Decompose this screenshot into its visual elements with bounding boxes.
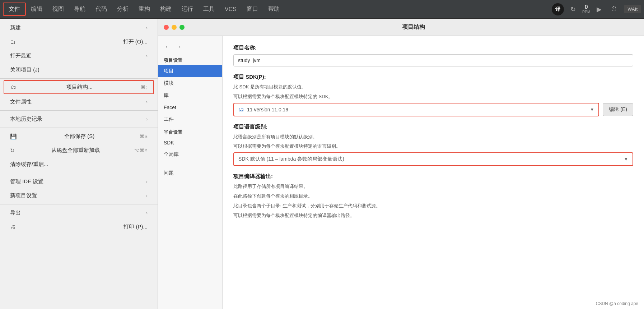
menu-item-file[interactable]: 文件 [3,3,26,16]
wait-label: WAIt [624,5,641,13]
play-icon[interactable]: ▶ [594,4,605,15]
menu-item-build[interactable]: 构建 [155,3,177,15]
nav-section-project-settings: 项目设置 [158,54,222,65]
nav-forward-button[interactable]: → [174,43,183,51]
menu-item-refactor[interactable]: 重构 [134,3,155,15]
print-icon: 🖨 [10,224,15,230]
menu-reload[interactable]: ↻ 从磁盘全部重新加载 ⌥⌘Y [0,143,158,157]
maximize-button[interactable] [179,25,185,30]
nav-item-artifacts[interactable]: 工件 [158,113,222,125]
menu-new-project-settings[interactable]: 新项目设置 › [0,189,158,203]
compiler-description-2: 在此路径下创建每个模块的相应目录。 [233,193,633,200]
menu-print[interactable]: 🖨 打印 (P)... [0,220,158,234]
sdk-folder-icon: 🗂 [238,106,244,113]
nav-item-sdk[interactable]: SDK [158,137,222,148]
language-value: SDK 默认值 (11 – lambda 参数的局部变量语法) [238,156,624,162]
menu-save-all[interactable]: 💾 全部保存 (S) ⌘S [0,129,158,143]
reload-icon: ↻ [10,147,15,154]
nav-item-project[interactable]: 项目 [158,65,222,77]
nav-back-forward: ← → [158,40,222,54]
sdk-row: 🗂 11 version 11.0.19 ▼ 编辑 (E) [233,103,633,116]
sdk-description-1: 此 SDK 是所有项目模块的默认值。 [233,83,633,91]
nav-item-facets[interactable]: Facet [158,102,222,113]
menu-item-view[interactable]: 视图 [47,3,69,15]
menu-clear-cache[interactable]: 清除缓存/重启... [0,157,158,171]
compiler-output-label: 项目编译器输出: [233,173,633,180]
rpm-badge: 0 RPM [582,4,590,14]
menu-divider-4 [0,173,158,173]
menu-close-project[interactable]: 关闭项目 (J) [0,63,158,77]
sdk-description-2: 可以根据需要为每个模块配置模块特定的 SDK。 [233,93,633,101]
language-label: 项目语言级别: [233,124,633,130]
dialog-nav: ← → 项目设置 项目 模块 库 Facet 工件 平台设置 SDK 全局库 问… [158,36,223,309]
language-description-2: 可以根据需要为每个模块配置模块特定的语言级别。 [233,143,633,150]
language-description-1: 此语言级别是所有项目模块的默认级别。 [233,133,633,141]
project-structure-icon: 🗂 [11,84,16,90]
dialog-body: ← → 项目设置 项目 模块 库 Facet 工件 平台设置 SDK 全局库 问… [158,36,644,309]
menu-item-help[interactable]: 帮助 [263,3,285,15]
menu-item-tools[interactable]: 工具 [198,3,220,15]
history-icon[interactable]: ⏱ [608,4,620,14]
arrow-icon: › [146,100,148,105]
menu-divider-2 [0,110,158,111]
compiler-description-3: 此目录包含两个子目录: 生产和测试，分别用于存储生产代码和测试源。 [233,202,633,210]
close-button[interactable] [164,25,169,30]
menu-bar: 文件 编辑 视图 导航 代码 分析 重构 构建 运行 工具 VCS 窗口 帮助 … [0,0,644,19]
nav-item-problems[interactable]: 问题 [158,167,222,179]
nav-section-platform-settings: 平台设置 [158,125,222,137]
arrow-icon: › [146,211,148,216]
menu-recent[interactable]: 打开最近 › [0,49,158,63]
menu-ide-settings[interactable]: 管理 IDE 设置 › [0,175,158,189]
menu-open[interactable]: 🗂 打开 (O)... [0,35,158,49]
arrow-icon: › [146,117,148,122]
nav-item-modules[interactable]: 模块 [158,77,222,89]
language-dropdown[interactable]: SDK 默认值 (11 – lambda 参数的局部变量语法) ▼ [233,152,633,166]
compiler-description-1: 此路径用于存储所有项目编译结果。 [233,183,633,190]
left-menu: 新建 › 🗂 打开 (O)... 打开最近 › 关闭项目 (J) 🗂 项目结构.… [0,19,158,309]
sdk-label: 项目 SDK(P): [233,74,633,80]
menu-item-window[interactable]: 窗口 [242,3,263,15]
menu-file-properties[interactable]: 文件属性 › [0,95,158,109]
menu-export[interactable]: 导出 › [0,206,158,220]
menu-item-vcs[interactable]: VCS [220,4,242,15]
menu-divider-3 [0,128,158,128]
menu-local-history[interactable]: 本地历史记录 › [0,112,158,126]
nav-item-global-libraries[interactable]: 全局库 [158,148,222,161]
project-name-label: 项目名称: [233,45,633,51]
main-layout: 新建 › 🗂 打开 (O)... 打开最近 › 关闭项目 (J) 🗂 项目结构.… [0,19,644,309]
project-structure-dialog: 项目结构 ← → 项目设置 项目 模块 库 Facet 工件 平台设置 SDK … [158,19,644,309]
arrow-icon: › [146,54,148,59]
menu-new[interactable]: 新建 › [0,21,158,35]
translate-icon[interactable]: 译 [552,3,564,15]
menu-divider-5 [0,204,158,204]
sdk-edit-button[interactable]: 编辑 (E) [603,103,633,116]
dialog-titlebar: 项目结构 [158,19,644,36]
arrow-icon: › [146,193,148,198]
project-name-value[interactable]: study_jvm [233,54,633,66]
menu-item-run[interactable]: 运行 [177,3,198,15]
menu-divider-1 [0,78,158,79]
sdk-text: 11 version 11.0.19 [247,107,590,112]
dialog-content: 项目名称: study_jvm 项目 SDK(P): 此 SDK 是所有项目模块… [223,36,644,309]
sdk-dropdown-arrow-icon: ▼ [590,107,594,112]
menu-project-structure[interactable]: 🗂 项目结构... ⌘; [4,80,154,94]
language-dropdown-arrow-icon: ▼ [624,157,628,162]
menu-item-analyze[interactable]: 分析 [112,3,134,15]
compiler-description-4: 可以根据需要为每个模块配置模块特定的编译器输出路径。 [233,212,633,220]
arrow-icon: › [146,179,148,184]
dialog-title: 项目结构 [402,23,425,31]
folder-icon: 🗂 [10,39,15,45]
menu-item-edit[interactable]: 编辑 [26,3,47,15]
save-icon: 💾 [10,133,17,140]
nav-back-button[interactable]: ← [163,43,172,51]
menu-item-nav[interactable]: 导航 [69,3,90,15]
traffic-lights [164,25,185,30]
footer-label: CSDN @a coding ape [596,301,638,306]
menu-item-code[interactable]: 代码 [90,3,112,15]
refresh-icon[interactable]: ↻ [568,4,579,15]
minimize-button[interactable] [172,25,177,30]
arrow-icon: › [146,26,148,31]
nav-item-libraries[interactable]: 库 [158,89,222,102]
sdk-dropdown[interactable]: 🗂 11 version 11.0.19 ▼ [233,103,599,116]
